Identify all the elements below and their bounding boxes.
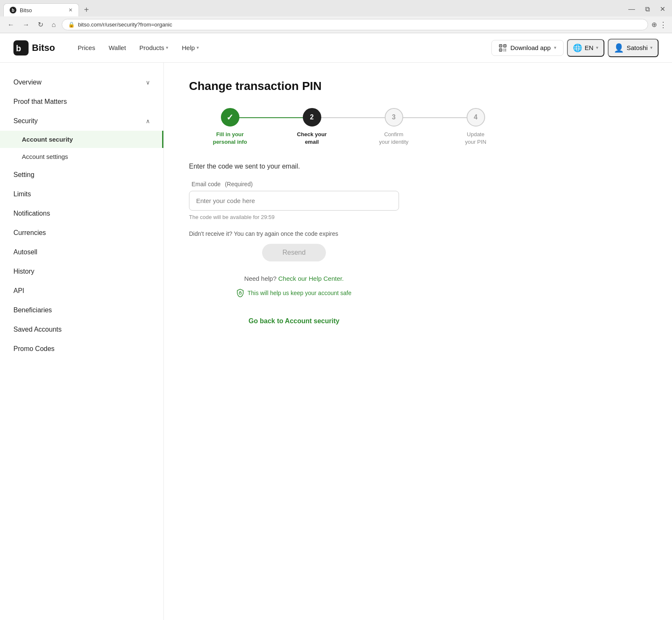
svg-rect-8 xyxy=(504,49,504,50)
svg-rect-10 xyxy=(504,50,504,51)
logo[interactable]: b Bitso xyxy=(13,40,55,55)
sidebar-item-proof[interactable]: Proof that Matters xyxy=(0,92,163,111)
check-icon xyxy=(226,112,234,122)
email-code-label: Email code (Required) xyxy=(189,180,399,187)
qr-icon xyxy=(499,44,507,52)
shield-lock-icon xyxy=(236,289,244,297)
step-2: 2 Check youremail xyxy=(271,108,353,146)
sidebar-item-setting[interactable]: Setting xyxy=(0,165,163,185)
step-4-circle: 4 xyxy=(467,108,485,127)
main-nav: Prices Wallet Products ▾ Help ▾ xyxy=(72,41,205,55)
page-title: Change transaction PIN xyxy=(189,79,517,93)
security-note: This will help us keep your account safe xyxy=(189,289,399,297)
sidebar-subitem-account-settings[interactable]: Account settings xyxy=(0,148,163,165)
step-1-circle xyxy=(221,108,239,127)
forward-button[interactable]: → xyxy=(20,19,32,30)
app-body: Overview ∨ Proof that Matters Security ∧… xyxy=(0,63,672,620)
user-label: Satoshi xyxy=(627,44,648,51)
lang-chevron: ▾ xyxy=(596,45,598,50)
lock-icon: 🔒 xyxy=(68,21,75,28)
globe-icon: 🌐 xyxy=(573,43,582,53)
go-back-link[interactable]: Go back to Account security xyxy=(189,317,399,325)
user-icon: 👤 xyxy=(614,43,624,53)
help-text: Need help? Check our Help Center. xyxy=(189,275,399,282)
svg-rect-6 xyxy=(504,45,505,46)
svg-rect-9 xyxy=(505,49,506,50)
download-app-button[interactable]: Download app ▾ xyxy=(491,40,564,56)
tab-close-button[interactable]: ✕ xyxy=(68,7,73,13)
step-1-label: Fill in yourpersonal info xyxy=(213,131,247,146)
security-note-text: This will help us keep your account safe xyxy=(247,290,351,296)
sidebar-item-notifications[interactable]: Notifications xyxy=(0,204,163,223)
svg-rect-7 xyxy=(500,50,501,50)
tab-title: Bitso xyxy=(20,7,32,13)
svg-rect-12 xyxy=(239,293,242,294)
sidebar-item-history[interactable]: History xyxy=(0,262,163,281)
browser-tab[interactable]: b Bitso ✕ xyxy=(3,3,79,16)
download-app-label: Download app xyxy=(510,44,551,51)
sidebar-subitem-account-security[interactable]: Account security xyxy=(0,131,163,148)
sidebar-item-security[interactable]: Security ∧ xyxy=(0,111,163,131)
resend-button[interactable]: Resend xyxy=(262,244,326,261)
resend-hint: Didn't receive it? You can try again onc… xyxy=(189,230,399,237)
form-description: Enter the code we sent to your email. xyxy=(189,163,399,170)
close-window-button[interactable]: ✕ xyxy=(656,3,669,15)
language-button[interactable]: 🌐 EN ▾ xyxy=(567,39,604,57)
step-4: 4 Updateyour PIN xyxy=(435,108,517,146)
main-content: Change transaction PIN Fill in yourperso… xyxy=(164,63,542,620)
code-hint: The code will be available for 29:59 xyxy=(189,214,399,220)
download-chevron: ▾ xyxy=(554,45,556,50)
step-3: 3 Confirmyour identity xyxy=(353,108,435,146)
svg-rect-5 xyxy=(500,45,501,46)
security-chevron-up: ∧ xyxy=(146,118,150,124)
tab-favicon: b xyxy=(10,7,16,13)
logo-text: Bitso xyxy=(32,42,55,53)
address-bar[interactable]: 🔒 bitso.com/r/user/security?from=organic xyxy=(62,19,648,30)
nav-help[interactable]: Help ▾ xyxy=(176,41,205,55)
minimize-button[interactable]: — xyxy=(625,4,638,15)
language-label: EN xyxy=(585,44,593,51)
logo-icon: b xyxy=(13,40,29,55)
step-4-label: Updateyour PIN xyxy=(465,131,486,146)
reload-button[interactable]: ↻ xyxy=(35,19,46,30)
sidebar-item-saved-accounts[interactable]: Saved Accounts xyxy=(0,320,163,339)
products-chevron: ▾ xyxy=(166,45,168,50)
overview-chevron-down: ∨ xyxy=(146,79,150,86)
header-right: Download app ▾ 🌐 EN ▾ 👤 Satoshi ▾ xyxy=(491,39,659,57)
app-header: b Bitso Prices Wallet Products ▾ Help ▾ xyxy=(0,33,672,63)
sidebar-item-autosell[interactable]: Autosell xyxy=(0,243,163,262)
maximize-button[interactable]: ⧉ xyxy=(642,4,653,15)
sidebar-item-overview[interactable]: Overview ∨ xyxy=(0,73,163,92)
sidebar-item-beneficiaries[interactable]: Beneficiaries xyxy=(0,301,163,320)
help-center-link[interactable]: Check our Help Center. xyxy=(278,275,344,282)
help-section: Need help? Check our Help Center. This w… xyxy=(189,275,399,297)
form-section: Enter the code we sent to your email. Em… xyxy=(189,163,399,325)
back-button[interactable]: ← xyxy=(5,19,17,30)
resend-section: Didn't receive it? You can try again onc… xyxy=(189,230,399,261)
extensions-button[interactable]: ⊕ xyxy=(651,21,657,29)
sidebar-item-promo-codes[interactable]: Promo Codes xyxy=(0,339,163,359)
step-1: Fill in yourpersonal info xyxy=(189,108,271,146)
sidebar-item-limits[interactable]: Limits xyxy=(0,185,163,204)
sidebar-item-currencies[interactable]: Currencies xyxy=(0,223,163,243)
nav-products[interactable]: Products ▾ xyxy=(134,41,174,55)
step-3-circle: 3 xyxy=(385,108,403,127)
user-chevron: ▾ xyxy=(650,45,653,50)
menu-button[interactable]: ⋮ xyxy=(659,20,667,29)
nav-prices[interactable]: Prices xyxy=(72,41,101,55)
step-2-circle: 2 xyxy=(303,108,321,127)
stepper: Fill in yourpersonal info 2 Check yourem… xyxy=(189,108,517,146)
browser-chrome: b Bitso ✕ + — ⧉ ✕ ← → ↻ ⌂ 🔒 bitso.com/r/… xyxy=(0,0,672,33)
nav-wallet[interactable]: Wallet xyxy=(103,41,132,55)
svg-text:b: b xyxy=(16,44,21,53)
sidebar: Overview ∨ Proof that Matters Security ∧… xyxy=(0,63,164,620)
step-2-label: Check youremail xyxy=(297,131,327,146)
step-3-label: Confirmyour identity xyxy=(379,131,408,146)
home-button[interactable]: ⌂ xyxy=(49,19,58,30)
user-button[interactable]: 👤 Satoshi ▾ xyxy=(608,39,659,57)
url-text: bitso.com/r/user/security?from=organic xyxy=(78,21,642,28)
help-chevron: ▾ xyxy=(197,45,199,50)
new-tab-button[interactable]: + xyxy=(81,3,92,16)
email-code-input[interactable] xyxy=(189,191,399,211)
sidebar-item-api[interactable]: API xyxy=(0,281,163,301)
